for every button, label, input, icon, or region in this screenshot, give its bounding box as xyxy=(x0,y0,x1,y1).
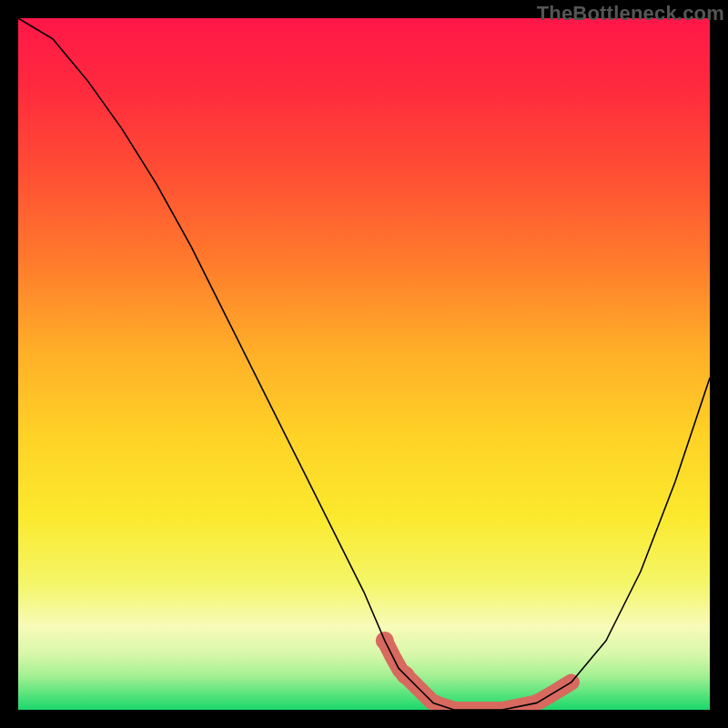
chart-frame xyxy=(18,18,710,710)
heat-gradient-background xyxy=(18,18,710,710)
bottleneck-chart xyxy=(18,18,710,710)
attribution-text: TheBottleneck.com xyxy=(537,2,724,25)
